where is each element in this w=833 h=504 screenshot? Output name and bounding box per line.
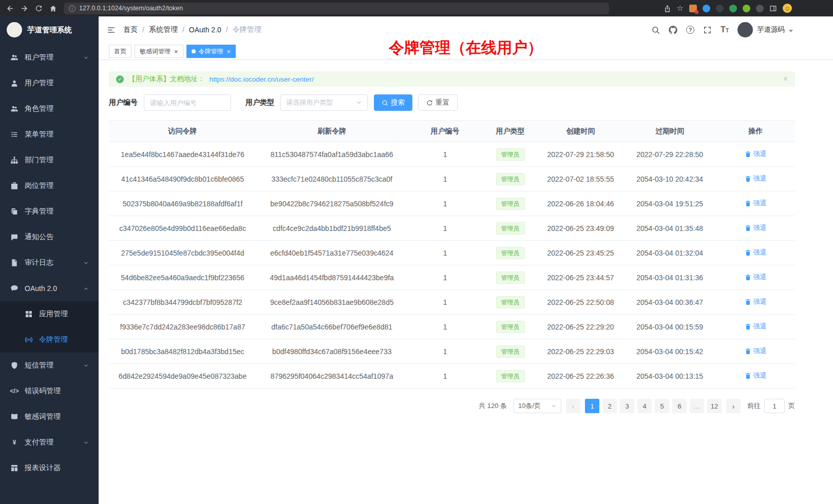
search-icon[interactable] <box>651 26 660 34</box>
help-icon[interactable] <box>686 26 694 34</box>
sidebar-item[interactable]: ¥支付管理 <box>0 430 99 455</box>
refresh-token-cell: cdfc4ce9c2da4bb1bdf21b9918ff4be5 <box>256 216 407 241</box>
column-header: 过期时间 <box>623 121 716 142</box>
browser-refresh-icon[interactable] <box>35 5 43 12</box>
github-icon[interactable] <box>669 26 677 34</box>
expire-time-cell: 2054-03-04 00:15:42 <box>623 339 716 364</box>
extension-icon-1[interactable] <box>689 5 697 12</box>
pager-page[interactable]: 4 <box>637 399 652 413</box>
pager-page[interactable]: 3 <box>620 399 634 413</box>
breadcrumb-item[interactable]: 系统管理 <box>149 25 178 34</box>
share-icon[interactable] <box>664 5 671 12</box>
sidebar-item[interactable]: 短信管理 <box>0 353 99 378</box>
create-time-cell: 2022-07-29 21:58:50 <box>538 142 623 167</box>
browser-home-icon[interactable] <box>49 5 57 12</box>
extension-icon-5[interactable] <box>743 5 750 12</box>
list-icon <box>10 130 19 139</box>
sidebar-item[interactable]: 报表设计器 <box>0 455 99 481</box>
app-icon <box>24 310 33 318</box>
doc-link[interactable]: https://doc.iocoder.cn/user-center/ <box>210 75 314 83</box>
sidebar-item[interactable]: 敏感词管理 <box>0 404 99 430</box>
font-size-icon[interactable] <box>721 25 729 34</box>
sidebar-item[interactable]: 用户管理 <box>0 70 99 96</box>
report-icon <box>10 464 19 472</box>
sidebar-item[interactable]: 租户管理 <box>0 45 99 70</box>
table-row: 6d842e2924594de9a09e45e087323abe8796295f… <box>109 364 795 389</box>
user-type-badge: 管理员 <box>496 345 525 358</box>
force-logout-button[interactable]: 强退 <box>745 199 767 208</box>
active-dot <box>192 49 196 53</box>
user-id-cell: 1 <box>407 265 483 290</box>
extension-icon-6[interactable] <box>756 5 764 12</box>
sidebar-item[interactable]: 令牌管理 <box>0 327 99 353</box>
breadcrumb-item[interactable]: OAuth 2.0 <box>189 26 221 34</box>
user-type-select[interactable]: 请选择用户类型 <box>280 94 368 111</box>
sidebar-item[interactable]: 字典管理 <box>0 199 99 224</box>
table-header-row: 访问令牌刷新令牌用户编号用户类型创建时间过期时间操作 <box>109 121 795 142</box>
sidebar-item[interactable]: OAuth 2.0 <box>0 276 99 301</box>
sidebar-item[interactable]: 通知公告 <box>0 224 99 250</box>
pager-page[interactable]: 6 <box>672 399 687 413</box>
breadcrumb-item[interactable]: 首页 <box>123 25 138 34</box>
tab-close-icon[interactable] <box>227 48 231 55</box>
user-id-cell: 1 <box>407 290 483 315</box>
pager-ellipsis[interactable]: ... <box>690 399 704 413</box>
user-id-input[interactable] <box>144 94 231 111</box>
pager-page[interactable]: 1 <box>585 399 599 413</box>
side-panel-icon[interactable] <box>769 5 777 12</box>
app-logo[interactable]: 芋道管理系统 <box>0 16 99 43</box>
force-logout-button[interactable]: 强退 <box>745 273 767 282</box>
sidebar-item[interactable]: 菜单管理 <box>0 122 99 147</box>
force-logout-button[interactable]: 强退 <box>745 322 767 331</box>
bookmark-star-icon[interactable] <box>677 4 684 13</box>
site-info-icon[interactable] <box>69 5 75 12</box>
force-logout-button[interactable]: 强退 <box>745 346 767 356</box>
create-time-cell: 2022-06-25 23:49:09 <box>538 216 623 241</box>
extension-icon-4[interactable] <box>729 5 737 12</box>
user-menu[interactable]: 芋道源码 <box>737 22 793 37</box>
view-tab[interactable]: 敏感词管理 <box>135 45 183 58</box>
goto-page-input[interactable] <box>764 399 785 413</box>
sidebar-item[interactable]: 审计日志 <box>0 250 99 276</box>
sidebar-item[interactable]: 应用管理 <box>0 301 99 327</box>
code-icon: </> <box>10 388 19 394</box>
sidebar-item[interactable]: 部门管理 <box>0 147 99 173</box>
extension-icon-2[interactable] <box>703 5 710 12</box>
force-logout-button[interactable]: 强退 <box>745 149 767 159</box>
column-header: 访问令牌 <box>109 121 256 142</box>
force-logout-button[interactable]: 强退 <box>745 223 767 232</box>
force-logout-button[interactable]: 强退 <box>745 297 767 306</box>
tab-close-icon[interactable] <box>174 48 178 55</box>
sidebar-item[interactable]: 角色管理 <box>0 96 99 122</box>
view-tab[interactable]: 令牌管理 <box>186 45 236 58</box>
hamburger-icon[interactable] <box>107 26 116 34</box>
table-row: 1ea5e44f8bc1467aaede43144f31de76811c5304… <box>109 142 795 167</box>
extension-icon-3[interactable] <box>716 5 724 12</box>
sidebar-item[interactable]: </>错误码管理 <box>0 378 99 404</box>
pager-page[interactable]: 12 <box>707 399 722 413</box>
browser-back-icon[interactable] <box>6 5 14 12</box>
browser-forward-icon[interactable] <box>21 5 28 12</box>
search-button[interactable]: 搜索 <box>374 94 412 111</box>
alert-close-icon[interactable] <box>783 75 788 83</box>
view-tab[interactable]: 首页 <box>109 45 131 58</box>
force-logout-button[interactable]: 强退 <box>745 248 767 257</box>
pay-icon: ¥ <box>10 439 19 445</box>
force-logout-button[interactable]: 强退 <box>745 371 767 380</box>
reset-button[interactable]: 重置 <box>418 94 458 111</box>
goto-suffix: 页 <box>788 401 795 411</box>
browser-profile-avatar[interactable] <box>783 4 792 13</box>
pager-page[interactable]: 5 <box>655 399 669 413</box>
address-bar[interactable]: 127.0.0.1:1024/system/oauth2/token <box>64 3 609 14</box>
force-logout-button[interactable]: 强退 <box>745 174 767 183</box>
sidebar-item[interactable]: 岗位管理 <box>0 173 99 199</box>
refresh-token-cell: 811c530487574fa0af1a59d3abc1aa66 <box>256 142 407 167</box>
fullscreen-icon[interactable] <box>703 26 712 34</box>
pager-prev-button[interactable] <box>566 399 580 413</box>
page-size-select[interactable]: 10条/页 <box>514 399 561 413</box>
expire-time-cell: 2054-03-04 00:15:59 <box>623 315 716 339</box>
access-token-cell: c347026e805e4d99b0d116eae66eda8c <box>109 216 256 241</box>
pager-page[interactable]: 2 <box>602 399 617 413</box>
pager-next-button[interactable] <box>726 399 741 413</box>
expire-time-cell: 2054-03-04 00:36:47 <box>623 290 716 315</box>
